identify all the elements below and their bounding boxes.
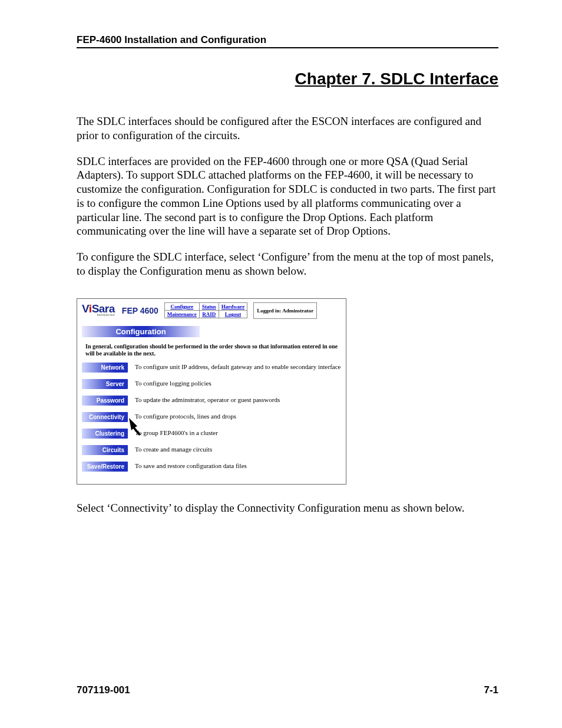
server-desc: To configure logging policies [135,380,211,387]
configuration-note: In general, configuration should be perf… [77,342,346,363]
config-row-clustering: Clustering To group FEP4600's in a clust… [82,429,341,439]
nav-configure[interactable]: Configure [170,304,193,309]
password-desc: To update the adminstrator, operator or … [135,396,280,404]
nav-menu: Configure Status Hardware Maintenance RA… [164,302,247,318]
logged-in-status: Logged in: Adminstrator [253,302,317,319]
config-row-save-restore: Save/Restore To save and restore configu… [82,462,341,472]
nav-maintenance[interactable]: Maintenance [167,311,197,317]
nav-hardware[interactable]: Hardware [222,304,244,309]
network-desc: To configure unit IP address, default ga… [135,363,340,371]
network-button[interactable]: Network [82,363,128,373]
embedded-header-bar: ViSara International FEP 4600 Configure … [77,299,346,321]
save-restore-desc: To save and restore configuration data f… [135,462,247,470]
nav-raid[interactable]: RAID [202,311,216,317]
page-number: 7-1 [484,684,498,696]
embedded-screenshot: ViSara International FEP 4600 Configure … [77,298,346,485]
circuits-button[interactable]: Circuits [82,445,128,455]
config-row-server: Server To configure logging policies [82,379,341,389]
connectivity-button[interactable]: Connectivity [82,412,128,422]
running-header: FEP-4600 Installation and Configuration [77,34,498,48]
page-footer: 707119-001 7-1 [77,684,498,696]
product-name: FEP 4600 [122,306,158,315]
paragraph-2: SDLC interfaces are provided on the FEP-… [77,154,498,239]
config-row-connectivity: Connectivity To configure protocols, lin… [82,412,341,422]
paragraph-4: Select ‘Connectivity’ to display the Con… [77,501,498,515]
circuits-desc: To create and manage circuits [135,446,212,453]
password-button[interactable]: Password [82,396,128,406]
nav-logout[interactable]: Logout [225,311,242,317]
clustering-button[interactable]: Clustering [82,429,128,439]
logo-subtext: International [82,314,115,317]
config-row-network: Network To configure unit IP address, de… [82,363,341,373]
paragraph-1: The SDLC interfaces should be configured… [77,114,498,143]
paragraph-3: To configure the SDLC interface, select … [77,250,498,278]
doc-number: 707119-001 [77,684,130,696]
configuration-menu: Network To configure unit IP address, de… [77,363,346,484]
config-row-password: Password To update the adminstrator, ope… [82,396,341,406]
nav-status[interactable]: Status [202,304,216,309]
configuration-banner: Configuration [82,326,200,337]
server-button[interactable]: Server [82,379,128,389]
visara-logo: ViSara International [82,304,116,316]
config-row-circuits: Circuits To create and manage circuits [82,445,341,455]
connectivity-desc: To configure protocols, lines and drops [135,413,236,420]
chapter-title: Chapter 7. SDLC Interface [77,70,498,88]
clustering-desc: To group FEP4600's in a cluster [135,429,218,437]
save-restore-button[interactable]: Save/Restore [82,462,128,472]
